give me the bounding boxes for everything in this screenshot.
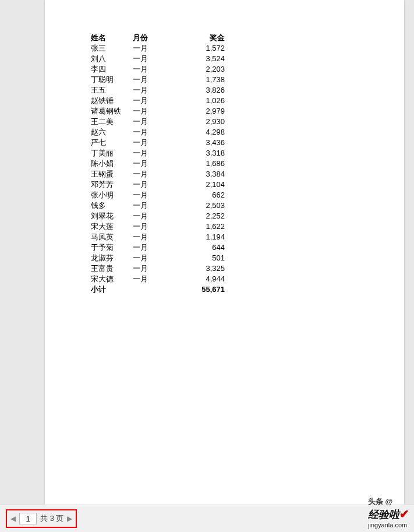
cell-name: 王五 [91,85,133,96]
cell-name: 钱多 [91,200,133,211]
cell-name: 刘八 [91,54,133,64]
pagination-bar: ◀ 共 3 页 ▶ [0,505,414,532]
cell-month: 一月 [133,274,168,284]
table-row: 诸葛钢铁一月2,979 [91,106,225,117]
bonus-table: 姓名 月份 奖金 张三一月1,572刘八一月3,524李四一月2,203丁聪明一… [91,33,225,295]
watermark-site: jingyanla.com [368,522,409,529]
cell-name: 邓芳芳 [91,179,133,190]
prev-page-icon[interactable]: ◀ [10,515,16,523]
cell-name: 刘翠花 [91,211,133,221]
header-month: 月份 [133,33,168,43]
subtotal-row: 小计55,671 [91,284,225,295]
cell-name: 张小明 [91,190,133,200]
cell-bonus: 4,944 [168,274,225,284]
pager-prefix: 共 [40,514,50,523]
table-row: 赵六一月4,298 [91,127,225,138]
table-header-row: 姓名 月份 奖金 [91,33,225,43]
pager-text: 共 3 页 [40,513,63,524]
table-row: 严七一月3,436 [91,138,225,148]
cell-bonus: 4,298 [168,127,225,138]
table-container: 姓名 月份 奖金 张三一月1,572刘八一月3,524李四一月2,203丁聪明一… [91,33,242,295]
cell-month: 一月 [133,232,168,242]
table-row: 王钢蛋一月3,384 [91,169,225,179]
table-row: 刘翠花一月2,252 [91,211,225,221]
cell-name: 宋大德 [91,274,133,284]
cell-month: 一月 [133,242,168,253]
check-icon: ✔ [399,508,409,520]
table-row: 张三一月1,572 [91,43,225,54]
table-row: 宋大德一月4,944 [91,274,225,284]
watermark-brand: 经验啦 [368,509,399,520]
cell-name: 马凤英 [91,232,133,242]
cell-bonus: 3,384 [168,169,225,179]
table-row: 王五一月3,826 [91,85,225,96]
cell-name: 赵六 [91,127,133,138]
table-row: 钱多一月2,503 [91,200,225,211]
cell-month: 一月 [133,138,168,148]
cell-month: 一月 [133,96,168,106]
table-row: 马凤英一月1,194 [91,232,225,242]
cell-bonus: 2,252 [168,211,225,221]
table-row: 于予菊一月644 [91,242,225,253]
cell-bonus: 2,979 [168,106,225,117]
subtotal-bonus: 55,671 [168,284,225,295]
cell-month: 一月 [133,179,168,190]
cell-bonus: 3,436 [168,138,225,148]
cell-month: 一月 [133,106,168,117]
table-row: 刘八一月3,524 [91,54,225,64]
cell-bonus: 1,622 [168,221,225,232]
cell-month: 一月 [133,127,168,138]
cell-bonus: 1,572 [168,43,225,54]
cell-month: 一月 [133,253,168,263]
cell-name: 王二美 [91,117,133,127]
cell-month: 一月 [133,75,168,85]
cell-bonus: 1,738 [168,75,225,85]
table-row: 邓芳芳一月2,104 [91,179,225,190]
cell-month: 一月 [133,85,168,96]
watermark: 头条 @ 经验啦✔ jingyanla.com [368,496,409,529]
next-page-icon[interactable]: ▶ [67,515,72,523]
table-row: 李四一月2,203 [91,64,225,75]
header-name: 姓名 [91,33,133,43]
cell-bonus: 3,318 [168,148,225,158]
cell-month: 一月 [133,117,168,127]
document-page: 姓名 月份 奖金 张三一月1,572刘八一月3,524李四一月2,203丁聪明一… [45,0,404,505]
cell-month: 一月 [133,54,168,64]
table-row: 陈小娟一月1,686 [91,158,225,169]
table-row: 赵铁锤一月1,026 [91,96,225,106]
cell-bonus: 662 [168,190,225,200]
subtotal-label: 小计 [91,284,133,295]
watermark-source: 头条 @ [368,496,409,507]
cell-month: 一月 [133,43,168,54]
pager-suffix: 页 [54,514,64,523]
cell-month: 一月 [133,190,168,200]
cell-month: 一月 [133,148,168,158]
cell-bonus: 1,686 [168,158,225,169]
cell-name: 张三 [91,43,133,54]
cell-name: 赵铁锤 [91,96,133,106]
table-row: 王富贵一月3,325 [91,263,225,274]
cell-month: 一月 [133,158,168,169]
cell-month: 一月 [133,221,168,232]
table-row: 王二美一月2,930 [91,117,225,127]
cell-name: 丁美丽 [91,148,133,158]
cell-bonus: 644 [168,242,225,253]
cell-name: 陈小娟 [91,158,133,169]
header-bonus: 奖金 [168,33,225,43]
cell-month: 一月 [133,64,168,75]
page-number-input[interactable] [19,513,37,524]
cell-bonus: 501 [168,253,225,263]
cell-bonus: 2,930 [168,117,225,127]
cell-month: 一月 [133,200,168,211]
cell-bonus: 3,325 [168,263,225,274]
table-row: 丁美丽一月3,318 [91,148,225,158]
cell-name: 龙淑芬 [91,253,133,263]
cell-bonus: 2,104 [168,179,225,190]
cell-month: 一月 [133,263,168,274]
cell-bonus: 2,503 [168,200,225,211]
cell-name: 严七 [91,138,133,148]
cell-bonus: 1,194 [168,232,225,242]
cell-name: 于予菊 [91,242,133,253]
table-row: 丁聪明一月1,738 [91,75,225,85]
cell-bonus: 2,203 [168,64,225,75]
